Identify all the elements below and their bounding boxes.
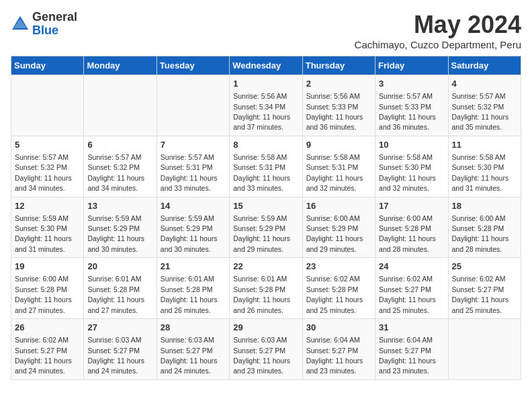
calendar-week-4: 19Sunrise: 6:00 AM Sunset: 5:28 PM Dayli… [11,258,521,319]
title-block: May 2024 Cachimayo, Cuzco Department, Pe… [355,11,521,50]
day-number: 24 [379,261,444,273]
day-number: 14 [161,200,226,212]
day-detail: Sunrise: 6:03 AM Sunset: 5:27 PM Dayligh… [233,336,290,375]
calendar-cell: 9Sunrise: 5:58 AM Sunset: 5:31 PM Daylig… [302,136,375,197]
day-number: 25 [452,261,517,273]
calendar-cell [157,75,229,136]
day-detail: Sunrise: 5:59 AM Sunset: 5:29 PM Dayligh… [233,214,290,253]
calendar-cell: 16Sunrise: 6:00 AM Sunset: 5:29 PM Dayli… [302,197,375,258]
calendar-cell: 26Sunrise: 6:02 AM Sunset: 5:27 PM Dayli… [11,319,84,380]
calendar-header-row: SundayMondayTuesdayWednesdayThursdayFrid… [11,56,521,75]
calendar-cell: 3Sunrise: 5:57 AM Sunset: 5:33 PM Daylig… [375,75,448,136]
day-detail: Sunrise: 6:01 AM Sunset: 5:28 PM Dayligh… [87,275,144,314]
day-number: 11 [452,139,517,151]
calendar-cell: 31Sunrise: 6:04 AM Sunset: 5:27 PM Dayli… [375,319,448,380]
day-number: 13 [87,200,152,212]
day-detail: Sunrise: 6:04 AM Sunset: 5:27 PM Dayligh… [306,336,363,375]
calendar-cell [84,75,157,136]
day-number: 15 [233,200,298,212]
calendar-cell: 12Sunrise: 5:59 AM Sunset: 5:30 PM Dayli… [11,197,84,258]
location: Cachimayo, Cuzco Department, Peru [355,39,521,50]
day-number: 12 [15,200,80,212]
day-number: 31 [379,322,444,334]
day-detail: Sunrise: 5:56 AM Sunset: 5:34 PM Dayligh… [233,92,290,131]
calendar-cell: 7Sunrise: 5:57 AM Sunset: 5:31 PM Daylig… [157,136,229,197]
logo-icon [11,15,30,34]
calendar-cell: 23Sunrise: 6:02 AM Sunset: 5:28 PM Dayli… [302,258,375,319]
day-detail: Sunrise: 6:02 AM Sunset: 5:27 PM Dayligh… [15,336,72,375]
day-number: 16 [306,200,371,212]
day-number: 22 [233,261,298,273]
calendar-cell: 29Sunrise: 6:03 AM Sunset: 5:27 PM Dayli… [230,319,302,380]
day-number: 10 [379,139,444,151]
day-number: 17 [379,200,444,212]
day-detail: Sunrise: 5:57 AM Sunset: 5:32 PM Dayligh… [452,92,509,131]
day-number: 20 [87,261,152,273]
day-number: 6 [87,139,152,151]
day-detail: Sunrise: 5:58 AM Sunset: 5:31 PM Dayligh… [306,153,363,192]
calendar-cell: 19Sunrise: 6:00 AM Sunset: 5:28 PM Dayli… [11,258,84,319]
day-number: 27 [87,322,152,334]
column-header-saturday: Saturday [448,56,521,75]
day-number: 1 [233,78,298,90]
column-header-monday: Monday [84,56,157,75]
day-detail: Sunrise: 5:59 AM Sunset: 5:29 PM Dayligh… [161,214,218,253]
calendar-cell: 4Sunrise: 5:57 AM Sunset: 5:32 PM Daylig… [448,75,521,136]
day-detail: Sunrise: 5:57 AM Sunset: 5:33 PM Dayligh… [379,92,436,131]
day-detail: Sunrise: 6:02 AM Sunset: 5:28 PM Dayligh… [306,275,363,314]
day-detail: Sunrise: 6:00 AM Sunset: 5:28 PM Dayligh… [379,214,436,253]
day-number: 8 [233,139,298,151]
calendar-week-5: 26Sunrise: 6:02 AM Sunset: 5:27 PM Dayli… [11,319,521,380]
month-year: May 2024 [355,11,521,39]
day-detail: Sunrise: 6:04 AM Sunset: 5:27 PM Dayligh… [379,336,436,375]
day-number: 4 [452,78,517,90]
day-detail: Sunrise: 5:59 AM Sunset: 5:30 PM Dayligh… [15,214,72,253]
column-header-wednesday: Wednesday [230,56,302,75]
day-number: 21 [161,261,226,273]
day-detail: Sunrise: 6:02 AM Sunset: 5:27 PM Dayligh… [379,275,436,314]
calendar-cell: 21Sunrise: 6:01 AM Sunset: 5:28 PM Dayli… [157,258,229,319]
svg-marker-1 [13,19,27,28]
day-detail: Sunrise: 6:01 AM Sunset: 5:28 PM Dayligh… [161,275,218,314]
day-detail: Sunrise: 6:03 AM Sunset: 5:27 PM Dayligh… [87,336,144,375]
calendar-cell: 30Sunrise: 6:04 AM Sunset: 5:27 PM Dayli… [302,319,375,380]
calendar-cell: 10Sunrise: 5:58 AM Sunset: 5:30 PM Dayli… [375,136,448,197]
day-detail: Sunrise: 5:58 AM Sunset: 5:30 PM Dayligh… [452,153,509,192]
day-number: 2 [306,78,371,90]
logo-general: General [32,10,77,24]
calendar-table: SundayMondayTuesdayWednesdayThursdayFrid… [11,56,521,380]
day-number: 23 [306,261,371,273]
day-number: 19 [15,261,80,273]
logo-blue: Blue [32,24,58,37]
calendar-cell: 27Sunrise: 6:03 AM Sunset: 5:27 PM Dayli… [84,319,157,380]
calendar-cell: 2Sunrise: 5:56 AM Sunset: 5:33 PM Daylig… [302,75,375,136]
calendar-cell: 8Sunrise: 5:58 AM Sunset: 5:31 PM Daylig… [230,136,302,197]
day-detail: Sunrise: 6:00 AM Sunset: 5:29 PM Dayligh… [306,214,363,253]
column-header-tuesday: Tuesday [157,56,229,75]
calendar-cell: 5Sunrise: 5:57 AM Sunset: 5:32 PM Daylig… [11,136,84,197]
calendar-cell: 18Sunrise: 6:00 AM Sunset: 5:28 PM Dayli… [448,197,521,258]
calendar-week-2: 5Sunrise: 5:57 AM Sunset: 5:32 PM Daylig… [11,136,521,197]
day-number: 7 [161,139,226,151]
day-detail: Sunrise: 6:00 AM Sunset: 5:28 PM Dayligh… [15,275,72,314]
day-detail: Sunrise: 5:58 AM Sunset: 5:30 PM Dayligh… [379,153,436,192]
day-detail: Sunrise: 5:57 AM Sunset: 5:32 PM Dayligh… [87,153,144,192]
calendar-cell: 25Sunrise: 6:02 AM Sunset: 5:27 PM Dayli… [448,258,521,319]
day-number: 30 [306,322,371,334]
calendar-week-1: 1Sunrise: 5:56 AM Sunset: 5:34 PM Daylig… [11,75,521,136]
day-number: 3 [379,78,444,90]
logo-text: General Blue [32,11,77,38]
calendar-cell: 11Sunrise: 5:58 AM Sunset: 5:30 PM Dayli… [448,136,521,197]
day-detail: Sunrise: 6:02 AM Sunset: 5:27 PM Dayligh… [452,275,509,314]
day-detail: Sunrise: 5:57 AM Sunset: 5:32 PM Dayligh… [15,153,72,192]
page-header: General Blue May 2024 Cachimayo, Cuzco D… [11,11,521,50]
calendar-cell: 17Sunrise: 6:00 AM Sunset: 5:28 PM Dayli… [375,197,448,258]
calendar-cell: 6Sunrise: 5:57 AM Sunset: 5:32 PM Daylig… [84,136,157,197]
day-number: 5 [15,139,80,151]
day-number: 29 [233,322,298,334]
column-header-friday: Friday [375,56,448,75]
day-number: 28 [161,322,226,334]
day-detail: Sunrise: 5:57 AM Sunset: 5:31 PM Dayligh… [161,153,218,192]
day-number: 26 [15,322,80,334]
calendar-cell: 20Sunrise: 6:01 AM Sunset: 5:28 PM Dayli… [84,258,157,319]
